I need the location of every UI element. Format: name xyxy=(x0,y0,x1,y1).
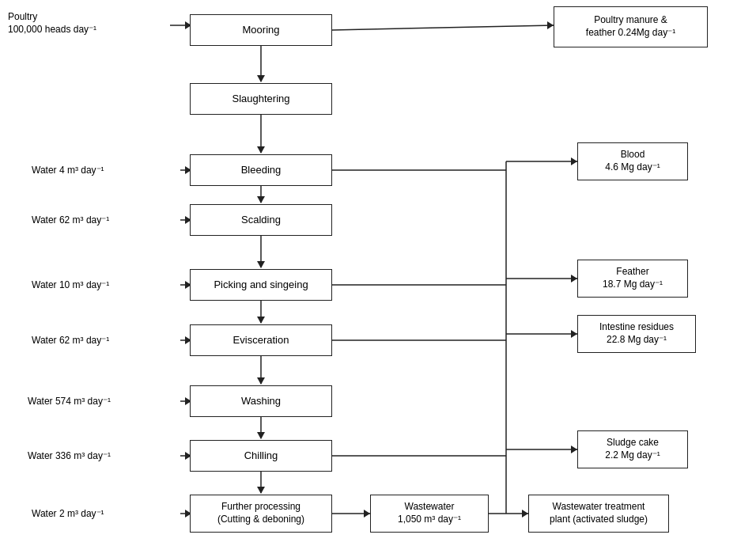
mooring-box: Mooring xyxy=(190,14,332,46)
water-scalding-label: Water 62 m³ day⁻¹ xyxy=(32,214,182,227)
svg-marker-5 xyxy=(257,196,265,203)
blood-box: Blood4.6 Mg day⁻¹ xyxy=(577,142,688,180)
water-evisceration-label: Water 62 m³ day⁻¹ xyxy=(32,335,182,347)
water-further-label: Water 2 m³ day⁻¹ xyxy=(32,508,182,521)
washing-box: Washing xyxy=(190,385,332,417)
slaughtering-box: Slaughtering xyxy=(190,83,332,115)
evisceration-box: Evisceration xyxy=(190,324,332,356)
svg-marker-46 xyxy=(571,446,577,453)
scalding-box: Scalding xyxy=(190,204,332,236)
svg-marker-50 xyxy=(522,510,528,518)
intestine-box: Intestine residues22.8 Mg day⁻¹ xyxy=(577,315,696,353)
svg-marker-48 xyxy=(364,510,370,518)
picking-box: Picking and singeing xyxy=(190,269,332,301)
sludge-box: Sludge cake2.2 Mg day⁻¹ xyxy=(577,430,688,468)
bleeding-box: Bleeding xyxy=(190,154,332,186)
svg-marker-15 xyxy=(257,487,265,494)
svg-marker-33 xyxy=(547,21,554,29)
svg-marker-9 xyxy=(257,317,265,324)
svg-marker-37 xyxy=(571,157,577,165)
svg-line-32 xyxy=(332,25,554,30)
manure-box: Poultry manure &feather 0.24Mg day⁻¹ xyxy=(554,6,708,47)
poultry-label: Poultry100,000 heads day⁻¹ xyxy=(8,11,178,36)
svg-marker-3 xyxy=(257,146,265,154)
svg-marker-11 xyxy=(257,377,265,385)
svg-marker-13 xyxy=(257,432,265,439)
chilling-box: Chilling xyxy=(190,440,332,472)
water-washing-label: Water 574 m³ day⁻¹ xyxy=(28,396,182,408)
feather-box: Feather18.7 Mg day⁻¹ xyxy=(577,260,688,298)
svg-marker-40 xyxy=(571,275,577,282)
water-chilling-label: Water 336 m³ day⁻¹ xyxy=(28,450,182,463)
svg-marker-43 xyxy=(571,330,577,338)
water-picking-label: Water 10 m³ day⁻¹ xyxy=(32,279,182,292)
water-bleeding-label: Water 4 m³ day⁻¹ xyxy=(32,165,182,177)
wastewater-box: Wastewater1,050 m³ day⁻¹ xyxy=(370,495,489,533)
flow-diagram: Mooring Slaughtering Bleeding Scalding P… xyxy=(0,0,756,546)
svg-marker-1 xyxy=(257,75,265,82)
ww-treatment-box: Wastewater treatmentplant (activated slu… xyxy=(528,495,669,533)
further-box: Further processing(Cutting & deboning) xyxy=(190,495,332,533)
svg-marker-7 xyxy=(257,261,265,268)
